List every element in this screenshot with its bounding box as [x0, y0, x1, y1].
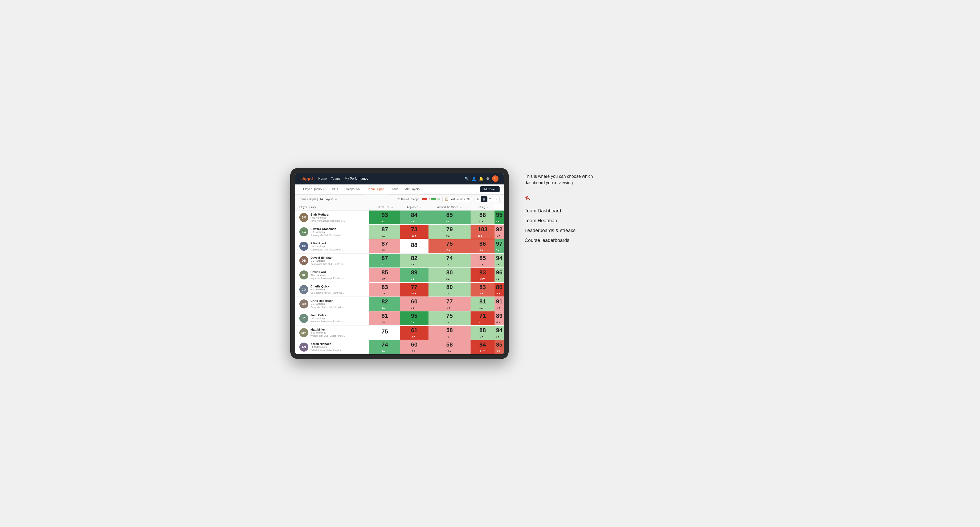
score-cell[interactable]: 95 8▲ — [400, 311, 428, 325]
player-cell-2[interactable]: EE Elliot Ebert 1-5 Handicap Sunningdale… — [295, 239, 369, 253]
score-cell[interactable]: 89 7▲ — [400, 268, 428, 282]
score-cell[interactable]: 85 -4▼ — [495, 340, 504, 354]
score-cell[interactable]: 82 3▲ — [369, 297, 400, 311]
score-cell[interactable]: 87 1▲ — [369, 225, 400, 239]
score-cell[interactable]: 85 8▲ — [428, 210, 471, 225]
score-cell[interactable]: 96 3▲ — [495, 268, 504, 282]
neg-label: -5 — [428, 198, 430, 200]
list-view-button[interactable]: ☰ — [487, 196, 493, 202]
score-value: 94 — [496, 327, 502, 333]
settings-icon[interactable]: ⚙ — [486, 176, 490, 181]
score-cell[interactable]: 80 1▲ — [428, 283, 471, 297]
last-rounds-button[interactable]: 📋 Last Rounds: 20 — [442, 196, 472, 202]
score-cell[interactable]: 74 8▲ — [369, 340, 400, 354]
add-team-button[interactable]: Add Team — [480, 186, 500, 192]
score-cell[interactable]: 86 -6▼ — [471, 239, 495, 253]
player-cell-9[interactable]: AN Aaron Nicholls 11-15 Handicap Drift G… — [295, 340, 369, 354]
profile-icon[interactable]: 👤 — [472, 176, 476, 181]
player-cell-3[interactable]: DB Dave Billingham 1-5 Handicap Gog Mago… — [295, 253, 369, 268]
score-cell[interactable]: 82 4▲ — [400, 253, 428, 268]
score-box: 85 -3▼ — [369, 268, 400, 282]
player-cell-7[interactable]: JC Josh Coles 1-5 Handicap Royal North D… — [295, 311, 369, 325]
player-cell-6[interactable]: CR Chris Robertson 1-5 Handicap Craigmil… — [295, 297, 369, 311]
tab-pga[interactable]: PGA — [328, 184, 342, 194]
score-cell[interactable]: 58 10▲ — [428, 340, 471, 354]
score-cell[interactable]: 79 9▲ — [428, 225, 471, 239]
score-cell[interactable]: 80 3▲ — [428, 268, 471, 282]
score-cell[interactable]: 83 -10▼ — [471, 268, 495, 282]
score-cell[interactable]: 103 15▲ — [471, 225, 495, 239]
col-header-approach[interactable]: Approach → — [400, 204, 428, 211]
col-header-player[interactable]: Player Quality ↓ — [295, 204, 369, 211]
avatar[interactable]: U — [492, 175, 498, 182]
score-change: -3▼ — [496, 235, 502, 237]
player-cell-0[interactable]: BM Blair McHarg Plus Handicap Royal Nort… — [295, 210, 369, 225]
score-cell[interactable]: 81 4▲ — [471, 297, 495, 311]
tablet-screen: clippd Home Teams My Performance 🔍 👤 🔔 ⚙… — [295, 173, 504, 354]
tab-team-clippd[interactable]: Team Clippd — [363, 184, 388, 194]
last-rounds-value: 20 — [466, 198, 469, 201]
score-cell[interactable]: 74 1▲ — [428, 253, 471, 268]
score-change: 4▲ — [479, 306, 486, 309]
score-cell[interactable]: 91 -3▼ — [495, 297, 504, 311]
col-header-off-tee[interactable]: Off the Tee → — [369, 204, 400, 211]
nav-link-my-performance[interactable]: My Performance — [345, 176, 368, 181]
score-change: -1▼ — [479, 220, 486, 223]
score-cell[interactable]: 71 -11▼ — [471, 311, 495, 325]
col-header-around-green[interactable]: Around the Green → — [428, 204, 471, 211]
score-cell[interactable]: 87 4▲ — [369, 253, 400, 268]
edit-icon[interactable]: ✏ — [335, 197, 337, 201]
score-cell[interactable]: 77 -14▼ — [400, 283, 428, 297]
score-box: 89 7▲ — [400, 268, 428, 282]
score-cell[interactable]: 75 2▲ — [428, 311, 471, 325]
score-cell[interactable]: 94 3▲ — [495, 325, 504, 340]
score-cell[interactable]: 92 -3▼ — [495, 225, 504, 239]
score-cell[interactable]: 58 4▲ — [428, 325, 471, 340]
col-header-putting[interactable]: Putting → — [471, 204, 495, 211]
score-cell[interactable]: 95 9▲ — [495, 210, 504, 225]
player-cell-8[interactable]: MM Matt Miller 6-10 Handicap Woburn Golf… — [295, 325, 369, 340]
search-icon[interactable]: 🔍 — [465, 176, 469, 181]
player-cell-4[interactable]: DF David Ford Plus Handicap Royal North … — [295, 268, 369, 282]
nav-link-teams[interactable]: Teams — [331, 176, 340, 181]
bell-icon[interactable]: 🔔 — [479, 176, 483, 181]
player-cell-5[interactable]: CQ Charlie Quick 6-10 Handicap St. Georg… — [295, 283, 369, 297]
tab-all-players[interactable]: All Players — [402, 184, 423, 194]
score-cell[interactable]: 84 -21▼ — [471, 340, 495, 354]
score-cell[interactable]: 61 -3▼ — [400, 325, 428, 340]
player-club: Royal North Devon Golf Club, United King… — [310, 320, 345, 323]
score-cell[interactable]: 81 -3▼ — [369, 311, 400, 325]
tab-tour[interactable]: Tour — [388, 184, 401, 194]
score-cell[interactable]: 85 -3▼ — [369, 268, 400, 282]
score-cell[interactable]: 85 -3▼ — [471, 253, 495, 268]
score-cell[interactable]: 88 -2▼ — [471, 325, 495, 340]
score-value: 74 — [446, 255, 453, 261]
score-cell[interactable]: 60 2▲ — [400, 297, 428, 311]
grid-view-button[interactable]: ⊞ — [474, 196, 480, 202]
score-cell[interactable]: 88 — [400, 239, 428, 253]
score-cell[interactable]: 86 -8▼ — [495, 283, 504, 297]
nav-link-home[interactable]: Home — [318, 176, 327, 181]
tab-hcaps[interactable]: Hcaps 1-5 — [342, 184, 363, 194]
score-cell[interactable]: 89 -2▼ — [495, 311, 504, 325]
score-cell[interactable]: 75 -3▼ — [428, 239, 471, 253]
player-cell-1[interactable]: EC Edward Crossman 1-5 Handicap Sunningd… — [295, 225, 369, 239]
score-value: 87 — [382, 227, 388, 232]
score-cell[interactable]: 93 9▲ — [369, 210, 400, 225]
heatmap-view-button[interactable]: ▦ — [481, 196, 487, 202]
score-cell[interactable]: 77 -3▼ — [428, 297, 471, 311]
tab-pgat-players[interactable]: Player Quality ↓ — [299, 184, 328, 194]
score-cell[interactable]: 75 — [369, 325, 400, 340]
score-cell[interactable]: 94 1▲ — [495, 253, 504, 268]
score-change: -3▼ — [382, 292, 388, 295]
score-change: 8▲ — [446, 220, 453, 223]
score-cell[interactable]: 88 -1▼ — [471, 210, 495, 225]
score-cell[interactable]: 83 -6▼ — [471, 283, 495, 297]
score-cell[interactable]: 73 -11▼ — [400, 225, 428, 239]
score-cell[interactable]: 83 -3▼ — [369, 283, 400, 297]
settings-view-button[interactable]: ↕ — [494, 196, 500, 202]
score-cell[interactable]: 84 6▲ — [400, 210, 428, 225]
score-cell[interactable]: 87 -3▼ — [369, 239, 400, 253]
score-cell[interactable]: 97 5▲ — [495, 239, 504, 253]
score-cell[interactable]: 60 -1▼ — [400, 340, 428, 354]
